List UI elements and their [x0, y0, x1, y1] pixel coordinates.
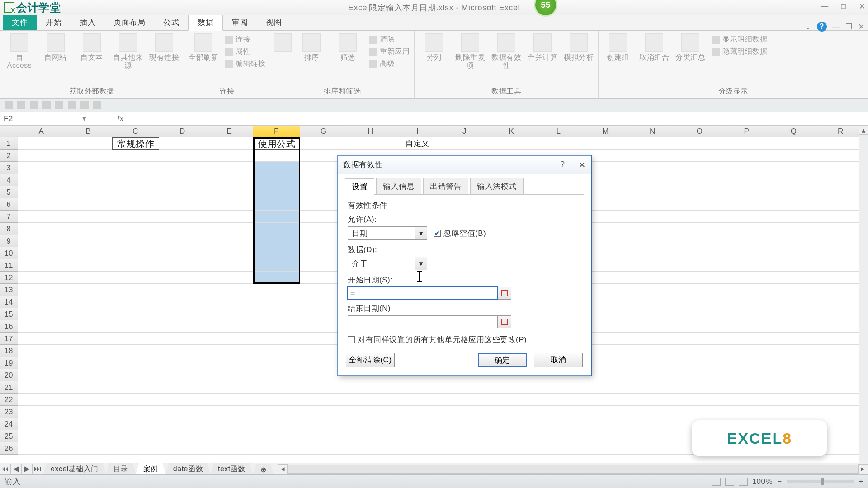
cell[interactable]	[723, 284, 770, 296]
row-header[interactable]: 10	[0, 247, 18, 259]
cell[interactable]	[206, 211, 253, 223]
cell[interactable]	[676, 150, 723, 162]
cell[interactable]	[676, 272, 723, 284]
cell[interactable]	[112, 223, 159, 235]
qat-item[interactable]	[93, 101, 101, 109]
doc-restore-icon[interactable]: ❐	[845, 22, 853, 32]
tab-ime-mode[interactable]: 输入法模式	[470, 178, 524, 194]
cell[interactable]	[18, 394, 65, 406]
cell[interactable]	[441, 418, 488, 430]
cell[interactable]	[65, 137, 112, 150]
cell[interactable]: 自定义	[394, 137, 441, 150]
row-header[interactable]: 19	[0, 357, 18, 369]
cell[interactable]	[770, 296, 817, 308]
view-pagebreak-icon[interactable]	[739, 478, 748, 486]
column-header[interactable]: O	[676, 126, 723, 137]
cell[interactable]	[582, 394, 629, 406]
cell[interactable]	[817, 150, 864, 162]
cell[interactable]	[206, 320, 253, 333]
qat-item[interactable]	[55, 101, 63, 109]
doc-minimize-icon[interactable]: —	[832, 22, 840, 31]
cell[interactable]	[535, 418, 582, 430]
cell[interactable]	[65, 320, 112, 333]
cell[interactable]	[723, 296, 770, 308]
btn-group[interactable]: 创建组	[603, 33, 633, 61]
cell[interactable]	[65, 357, 112, 369]
cell[interactable]	[206, 223, 253, 235]
row-header[interactable]: 4	[0, 174, 18, 186]
column-header[interactable]: F	[253, 126, 300, 137]
cell[interactable]	[159, 320, 206, 333]
cell[interactable]	[817, 247, 864, 259]
row-header[interactable]: 23	[0, 406, 18, 418]
cell[interactable]	[65, 150, 112, 162]
cell[interactable]	[18, 308, 65, 320]
cell[interactable]	[18, 186, 65, 198]
row-header[interactable]: 20	[0, 369, 18, 381]
cell[interactable]	[817, 394, 864, 406]
cell[interactable]	[18, 406, 65, 418]
cell[interactable]	[347, 442, 394, 455]
btn-ungroup[interactable]: 取消组合	[639, 33, 669, 61]
cell[interactable]	[159, 357, 206, 369]
cell[interactable]	[206, 430, 253, 442]
cell[interactable]	[770, 223, 817, 235]
clear-all-button[interactable]: 全部清除(C)	[346, 353, 395, 367]
cell[interactable]	[159, 381, 206, 394]
cell[interactable]	[112, 345, 159, 357]
cell[interactable]	[159, 137, 206, 150]
cell[interactable]	[723, 320, 770, 333]
cell[interactable]	[723, 345, 770, 357]
cell[interactable]	[676, 174, 723, 186]
btn-show-detail[interactable]: 显示明细数据	[712, 33, 767, 46]
cell[interactable]	[535, 381, 582, 394]
column-header[interactable]: A	[18, 126, 65, 137]
cell[interactable]	[676, 333, 723, 345]
cell[interactable]	[676, 259, 723, 272]
sheet-tab[interactable]: date函数	[165, 463, 211, 475]
cell[interactable]	[441, 406, 488, 418]
cell[interactable]	[300, 406, 347, 418]
zoom-slider[interactable]	[787, 480, 854, 483]
cell[interactable]	[159, 174, 206, 186]
cell[interactable]	[253, 296, 300, 308]
column-header[interactable]: R	[817, 126, 864, 137]
name-box[interactable]: F2 ▾	[0, 114, 90, 123]
cell[interactable]	[206, 418, 253, 430]
cell[interactable]	[253, 174, 300, 186]
tab-layout[interactable]: 页面布局	[104, 14, 154, 30]
cell[interactable]	[723, 211, 770, 223]
range-picker-button[interactable]	[498, 315, 511, 328]
cell[interactable]	[112, 198, 159, 211]
cell[interactable]	[488, 137, 535, 150]
cell[interactable]	[18, 284, 65, 296]
tab-data[interactable]: 数据	[188, 14, 223, 31]
column-header[interactable]: Q	[770, 126, 817, 137]
cell[interactable]	[770, 284, 817, 296]
cell[interactable]	[253, 333, 300, 345]
cell[interactable]	[394, 430, 441, 442]
cell[interactable]	[629, 320, 676, 333]
row-header[interactable]: 8	[0, 223, 18, 235]
cell[interactable]	[817, 235, 864, 247]
row-header[interactable]: 16	[0, 320, 18, 333]
cell[interactable]	[723, 381, 770, 394]
cell[interactable]	[723, 394, 770, 406]
cell[interactable]	[676, 345, 723, 357]
cell[interactable]	[112, 333, 159, 345]
window-close-icon[interactable]: ✕	[859, 2, 866, 11]
horizontal-scrollbar[interactable]: ◂ ▸	[278, 464, 868, 474]
cell[interactable]	[253, 211, 300, 223]
cell[interactable]	[206, 308, 253, 320]
cell[interactable]	[770, 137, 817, 150]
cell[interactable]	[770, 174, 817, 186]
btn-filter[interactable]: 筛选	[333, 33, 363, 61]
row-header[interactable]: 18	[0, 345, 18, 357]
cell[interactable]	[112, 247, 159, 259]
row-header[interactable]: 6	[0, 198, 18, 211]
tab-home[interactable]: 开始	[37, 14, 71, 30]
cell[interactable]	[18, 150, 65, 162]
cell[interactable]	[206, 186, 253, 198]
vertical-scrollbar[interactable]: ▴	[859, 126, 868, 463]
row-header[interactable]: 13	[0, 284, 18, 296]
